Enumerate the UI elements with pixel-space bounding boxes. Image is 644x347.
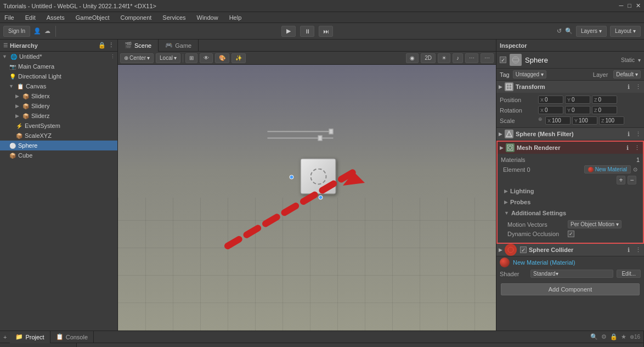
hierarchy-menu-icon[interactable]: ⋮	[108, 42, 114, 49]
tab-scene[interactable]: 🎬 Scene	[118, 40, 159, 52]
add-component-button[interactable]: Add Component	[501, 283, 640, 295]
hier-sliderz-label: Sliderz	[31, 113, 50, 119]
scale-x-input[interactable]: X100	[545, 116, 570, 125]
menu-window[interactable]: Window	[195, 14, 221, 21]
transform-info-icon[interactable]: ℹ	[625, 83, 632, 91]
probes-header[interactable]: ▶ Probes	[504, 198, 636, 206]
hierarchy-title: Hierarchy	[10, 42, 38, 49]
lock-icon-bottom[interactable]: 🔒	[610, 333, 618, 340]
gizmo-btn[interactable]: ◉	[406, 53, 419, 63]
hier-main-camera[interactable]: 📷 Main Camera	[0, 61, 117, 71]
position-label: Position	[500, 97, 538, 103]
add-element-btn[interactable]: +	[617, 176, 625, 184]
new-material-btn[interactable]: New Material	[584, 165, 631, 174]
hierarchy-lock-icon[interactable]: 🔒	[98, 42, 106, 49]
shader-edit-btn[interactable]: Edit...	[617, 270, 641, 278]
scene-icon: 🌐	[10, 53, 18, 60]
star-icon-bottom[interactable]: ★	[621, 333, 626, 340]
maximize-btn[interactable]: □	[628, 2, 631, 9]
tab-game[interactable]: 🎮 Game	[159, 40, 199, 52]
collider-enabled-checkbox[interactable]: ✓	[520, 247, 527, 253]
tab-project[interactable]: 📁 Project	[10, 331, 50, 343]
tag-value: Untagged	[516, 71, 539, 77]
layer-dropdown[interactable]: Default▾	[613, 70, 641, 79]
material-icon	[588, 167, 594, 172]
position-x-input[interactable]: X0	[538, 96, 563, 104]
transform-menu-icon[interactable]: ⋮	[634, 83, 642, 91]
layers-button[interactable]: Layers ▾	[576, 26, 607, 37]
light-btn[interactable]: ☀	[438, 53, 450, 63]
element0-circle-icon[interactable]: ⊙	[633, 166, 637, 172]
rotation-y-input[interactable]: Y0	[565, 106, 590, 114]
undo-icon[interactable]: ↺	[557, 27, 562, 35]
menu-gameobject[interactable]: GameObject	[74, 14, 112, 21]
play-button[interactable]: ▶	[281, 26, 296, 37]
sphere-collider-menu-icon[interactable]: ⋮	[634, 246, 642, 254]
menu-services[interactable]: Services	[160, 14, 188, 21]
mesh-filter-menu-icon[interactable]: ⋮	[634, 130, 642, 138]
minimize-btn[interactable]: ─	[619, 2, 624, 9]
transform-header[interactable]: ▶ Transform ℹ ⋮	[496, 81, 644, 93]
sphere-collider-header[interactable]: ▶ ✓ Sphere Collider ℹ ⋮	[496, 244, 644, 256]
mesh-renderer-info-icon[interactable]: ℹ	[624, 144, 631, 152]
local-dropdown[interactable]: Local▾	[156, 53, 180, 63]
fx-btn[interactable]: ⋯	[465, 53, 478, 63]
effects-btn[interactable]: ✨	[231, 53, 246, 63]
hier-untitled[interactable]: ▼ 🌐 Untitled* ⋮	[0, 52, 117, 61]
hier-sphere[interactable]: ⚪ Sphere	[0, 141, 117, 150]
visibility-btn[interactable]: 👁	[200, 53, 213, 63]
shader-dropdown[interactable]: Standard▾	[530, 270, 613, 278]
add-tab-icon[interactable]: +	[0, 334, 10, 340]
audio-btn[interactable]: ♪	[453, 53, 463, 63]
settings-icon-bottom[interactable]: ⚙	[601, 333, 607, 340]
pause-button[interactable]: ⏸	[300, 26, 314, 37]
hier-sliderz[interactable]: ▶ 📦 Sliderz	[0, 111, 117, 121]
grid-btn[interactable]: ⊞	[185, 53, 197, 63]
menu-help[interactable]: Help	[227, 14, 244, 21]
hier-slidery[interactable]: ▶ 📦 Slidery	[0, 101, 117, 111]
hier-menu-icon[interactable]: ⋮	[110, 54, 115, 59]
hier-directional-light[interactable]: 💡 Directional Light	[0, 71, 117, 81]
hier-cube[interactable]: 📦 Cube	[0, 150, 117, 160]
hier-sliderx[interactable]: ▶ 📦 Sliderx	[0, 91, 117, 101]
object-enabled-checkbox[interactable]: ✓	[500, 57, 506, 63]
scene-options-btn[interactable]: ⋯	[481, 53, 494, 63]
hier-scalexyz[interactable]: 📦 ScaleXYZ	[0, 131, 117, 141]
scale-z-input[interactable]: Z100	[599, 116, 624, 125]
hier-canvas[interactable]: ▼ 📋 Canvas	[0, 81, 117, 91]
menu-file[interactable]: File	[2, 14, 16, 21]
tag-dropdown[interactable]: Untagged▾	[513, 70, 546, 79]
search-icon[interactable]: 🔍	[565, 27, 573, 35]
menu-assets[interactable]: Assets	[44, 14, 67, 21]
render-btn[interactable]: 🎨	[215, 53, 229, 63]
dynamic-occlusion-checkbox[interactable]: ✓	[568, 231, 574, 237]
mesh-renderer-header[interactable]: ▶ Mesh Renderer ℹ ⋮	[498, 142, 643, 154]
search-icon-bottom[interactable]: 🔍	[590, 333, 598, 340]
tab-console[interactable]: 📋 Console	[50, 331, 94, 343]
center-dropdown[interactable]: ⊕ Center▾	[120, 53, 154, 63]
additional-settings-header[interactable]: ▼ Additional Settings	[504, 209, 636, 217]
static-dropdown-icon[interactable]: ▾	[638, 57, 641, 63]
menu-edit[interactable]: Edit	[23, 14, 38, 21]
step-button[interactable]: ⏭	[319, 26, 333, 37]
position-z-input[interactable]: Z0	[592, 96, 617, 104]
mesh-renderer-menu-icon[interactable]: ⋮	[633, 144, 641, 152]
lighting-header[interactable]: ▶ Lighting	[504, 187, 636, 195]
rotation-z-input[interactable]: Z0	[592, 106, 617, 114]
scale-y-input[interactable]: Y100	[572, 116, 597, 125]
hier-eventsystem[interactable]: ⚡ EventSystem	[0, 121, 117, 131]
material-name[interactable]: New Material (Material)	[513, 259, 641, 266]
position-y-input[interactable]: Y0	[565, 96, 590, 104]
layout-button[interactable]: Layout ▾	[610, 26, 641, 37]
2d-toggle[interactable]: 2D	[421, 53, 436, 63]
rotation-fields: X0 Y0 Z0	[538, 106, 641, 114]
close-btn[interactable]: ✕	[636, 2, 641, 9]
sphere-collider-info-icon[interactable]: ℹ	[625, 246, 632, 254]
menu-component[interactable]: Component	[118, 14, 154, 21]
mesh-filter-header[interactable]: ▶ Sphere (Mesh Filter) ℹ ⋮	[496, 128, 644, 140]
mesh-filter-info-icon[interactable]: ℹ	[625, 130, 632, 138]
remove-element-btn[interactable]: −	[628, 176, 636, 184]
motion-vectors-dropdown[interactable]: Per Object Motion▾	[568, 220, 622, 228]
rotation-x-input[interactable]: X0	[538, 106, 563, 114]
signin-button[interactable]: Sign In	[3, 26, 30, 37]
